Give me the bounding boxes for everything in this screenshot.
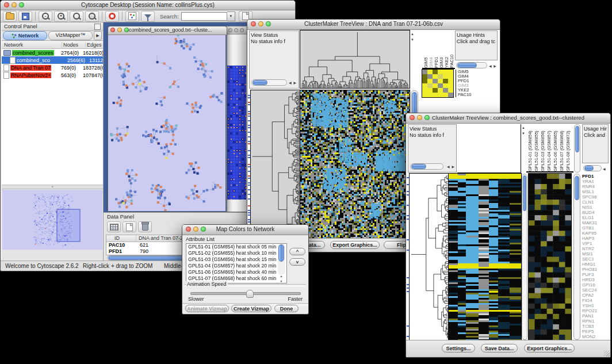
gene-label[interactable]: CLN1	[582, 200, 609, 205]
scroll-arrows[interactable]: ◀ ▶	[289, 81, 297, 85]
column-tree-area[interactable]	[457, 124, 521, 174]
attribute-list[interactable]: GPL51-01 (GSM854) heat shock 05 minGPL51…	[186, 243, 287, 283]
zoom-button[interactable]	[124, 28, 129, 32]
scroll-arrows[interactable]: ◀ ▶	[489, 64, 497, 68]
view-status-scrollbar[interactable]	[251, 79, 287, 86]
gene-label[interactable]: MSI1	[582, 251, 609, 256]
zoom-heatmap[interactable]	[529, 174, 571, 340]
zoom-out-button[interactable]: -	[39, 11, 52, 22]
new-attribute-button[interactable]	[123, 221, 136, 232]
network-view-window-2[interactable]	[226, 26, 248, 212]
gene-label[interactable]: FIG4	[582, 298, 609, 303]
gene-label[interactable]: BUD4	[582, 210, 609, 215]
tree-scroll-arrows[interactable]: ▲ ▼	[411, 32, 414, 42]
minimize-button[interactable]	[117, 28, 122, 32]
attribute-list-item[interactable]: GPL51-02 (GSM855) heat shock 10 min	[186, 250, 286, 256]
close-button[interactable]	[110, 28, 115, 32]
main-titlebar[interactable]: Cytoscape Desktop (Session Name: collins…	[1, 1, 295, 10]
dense-network-canvas[interactable]	[227, 66, 246, 200]
vizmapper-button[interactable]	[125, 11, 139, 22]
network-table-header[interactable]: Network Nodes Edges	[2, 41, 103, 49]
gene-label[interactable]: SPC98	[582, 194, 609, 200]
gene-label[interactable]: PAN1	[582, 313, 609, 319]
attribute-list-item[interactable]: GPL51-03 (GSM856) heat shock 15 min	[186, 256, 286, 263]
tab-network[interactable]: Network	[3, 31, 47, 40]
column-dendrogram[interactable]	[300, 30, 410, 88]
gene-label[interactable]: PHO81	[582, 267, 609, 272]
gene-label[interactable]: SEC24	[582, 288, 609, 293]
gene-label[interactable]: SEC1	[582, 256, 609, 262]
network-row-selected[interactable]: combined_sco 2569(6) 13112(15)	[2, 56, 103, 64]
zoom-fit-button[interactable]: □	[85, 11, 99, 22]
network-canvas[interactable]	[108, 35, 225, 211]
attribute-list-item[interactable]: GPL51-01 (GSM854) heat shock 05 min	[186, 244, 286, 250]
gene-label[interactable]: PAC10	[458, 93, 498, 97]
save-button[interactable]	[18, 11, 32, 22]
gene-label[interactable]: HRD3	[582, 277, 609, 282]
create-vizmap-button[interactable]: Create Vizmap	[231, 305, 271, 312]
gene-label[interactable]: YSH1	[582, 303, 609, 308]
gene-label[interactable]: MON2	[582, 334, 609, 339]
slider-thumb[interactable]	[246, 290, 254, 298]
help-button[interactable]	[105, 11, 119, 22]
network-view-window-1[interactable]: combined_scores_good.txt--cluste...	[108, 26, 227, 212]
network-row-rnapuber[interactable]: RNAPuberNov2+ 563(0) 107847(0)	[2, 71, 103, 79]
gene-label[interactable]: PFD1	[582, 174, 609, 179]
save-data-button[interactable]: Save Data...	[481, 344, 518, 352]
global-heatmap[interactable]	[300, 90, 410, 239]
export-graphics-button[interactable]: Export Graphics...	[524, 344, 575, 352]
attribute-list-scrollbar[interactable]	[278, 244, 285, 275]
gene-label[interactable]: PUF3	[582, 272, 609, 277]
treeview-dna-titlebar[interactable]: ClusterMaker TreeView : DNA and Tran 07-…	[247, 20, 500, 30]
network-row-dna-tran[interactable]: DNA and Tran 07 769(0) 183728(0)	[2, 64, 103, 71]
gene-label[interactable]: ELG1	[582, 215, 609, 220]
gene-label[interactable]: NIS1	[582, 205, 609, 210]
float-panel-icon[interactable]	[94, 24, 101, 30]
attribute-select-button[interactable]	[107, 221, 121, 232]
gene-label[interactable]: VIP1	[582, 241, 609, 246]
heatmap-vscrollbar[interactable]	[522, 174, 527, 340]
network-row-combined-scores[interactable]: combined_scores 2764(0) 16218(0)	[2, 49, 103, 56]
export-graphics-button[interactable]: Export Graphics...	[330, 241, 380, 249]
attribute-list-item[interactable]: GPL51-04 (GSM857) heat shock 20 min	[186, 263, 286, 269]
animate-vizmap-button[interactable]: Animate Vizmap	[185, 305, 229, 312]
delete-attribute-button[interactable]	[138, 221, 152, 232]
close-button[interactable]	[228, 28, 232, 32]
filter-button[interactable]	[141, 11, 155, 22]
tree-scroll-arrows[interactable]: ▲ ▼	[522, 126, 525, 136]
similarity-heatmap[interactable]	[422, 70, 453, 97]
row-dendrogram[interactable]	[251, 90, 300, 239]
genelist-vscrollbar[interactable]	[573, 174, 580, 340]
scroll-arrows[interactable]: ◀	[603, 167, 606, 171]
zoom-in-button[interactable]: +	[54, 11, 68, 22]
zoom-selected-button[interactable]	[70, 11, 83, 22]
scroll-arrows[interactable]: ◀ ▶	[447, 164, 455, 168]
gene-label[interactable]: NTR2	[582, 246, 609, 251]
gene-label[interactable]: RPO21	[582, 308, 609, 313]
gene-label[interactable]: MSL1	[582, 189, 609, 194]
search-input[interactable]	[181, 12, 227, 21]
tab-vizmapper[interactable]: VizMapper™	[48, 31, 93, 40]
gene-label[interactable]: YRA1	[582, 179, 609, 184]
gene-label[interactable]: MAK31	[582, 220, 609, 225]
zoom-button[interactable]	[240, 28, 244, 32]
settings-button[interactable]: Settings...	[442, 344, 475, 352]
tab-overflow-button[interactable]: ▶	[94, 31, 102, 40]
open-button[interactable]	[3, 11, 17, 22]
move-up-button[interactable]: ^	[289, 248, 305, 255]
gene-label[interactable]: GPI16	[582, 282, 609, 288]
label-vscrollbar[interactable]	[574, 124, 580, 173]
usage-hints-scrollbar[interactable]	[456, 62, 487, 68]
dialog-titlebar[interactable]: Map Colors to Network	[182, 225, 308, 235]
move-down-button[interactable]: v	[289, 258, 305, 266]
gene-label[interactable]: RPN1	[582, 319, 609, 324]
row-dendrogram[interactable]	[410, 174, 449, 340]
view-status-scrollbar[interactable]	[410, 163, 443, 170]
gene-label[interactable]: RNR4	[582, 184, 609, 189]
minimize-button[interactable]	[234, 28, 238, 32]
panel-splitter[interactable]: ●	[2, 185, 103, 189]
done-button[interactable]: Done	[274, 305, 299, 312]
gene-label[interactable]: TCB3	[582, 324, 609, 329]
gene-label[interactable]: PEP5	[582, 329, 609, 334]
usage-hints-scrollbar[interactable]	[583, 165, 602, 171]
